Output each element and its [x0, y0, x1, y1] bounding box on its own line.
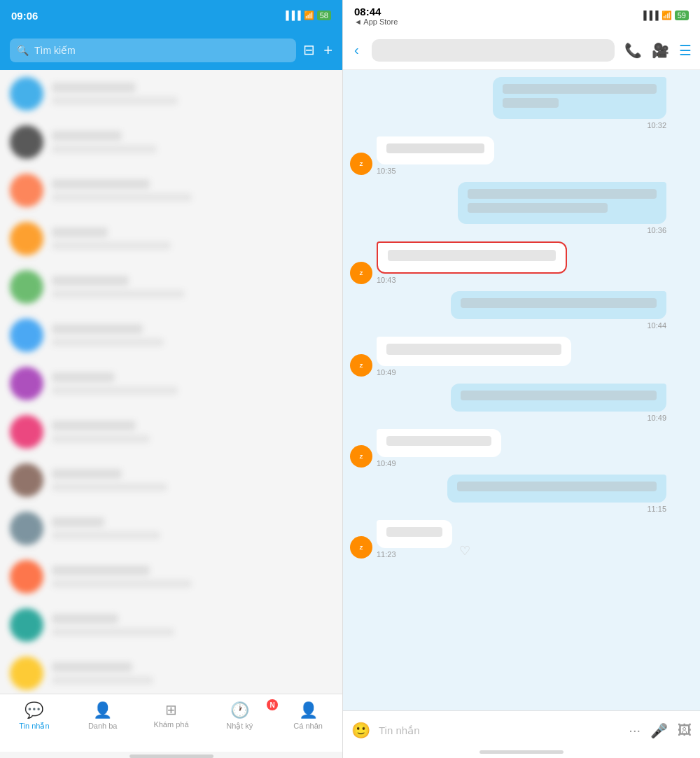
right-input-row: 🙂 Tin nhắn ··· 🎤 🖼: [343, 711, 700, 750]
back-button[interactable]: ‹: [351, 39, 362, 61]
message-bubble-wrap: 11:15: [447, 475, 666, 513]
nav-label-tin-nhan: Tin nhắn: [19, 722, 49, 731]
message-content-blur: [386, 436, 491, 446]
right-header: ‹ 📞 🎥 ☰: [343, 31, 700, 70]
emoji-button[interactable]: 🙂: [351, 722, 370, 740]
message-content-blur: [457, 482, 657, 491]
sender-avatar: Z: [350, 536, 372, 559]
right-status-icons: ▐▐▐ 📶 59: [640, 10, 689, 20]
chat-item[interactable]: [0, 215, 342, 263]
message-time: 10:35: [377, 167, 494, 175]
chat-item[interactable]: [0, 601, 342, 650]
left-header: 🔍 Tìm kiếm ⊟ +: [0, 31, 342, 70]
left-bottom-nav: 💬 Tin nhắn 👤 Danh ba ⊞ Khám phá 🕐 N Nhật…: [0, 694, 342, 752]
chat-item[interactable]: [0, 408, 342, 456]
diary-nav-icon: 🕐: [230, 701, 249, 720]
message-row: Z 10:49: [350, 337, 693, 377]
nav-item-kham-pha[interactable]: ⊞ Khám phá: [137, 701, 206, 729]
left-status-bar: 09:06 ▐▐▐ 📶 58: [0, 0, 342, 31]
image-icon[interactable]: 🖼: [678, 722, 692, 739]
search-icon: 🔍: [17, 45, 29, 56]
call-icon[interactable]: 📞: [624, 42, 642, 59]
chat-item[interactable]: [0, 311, 342, 360]
message-row: Z 10:49: [350, 429, 693, 468]
sender-avatar: Z: [350, 354, 372, 377]
message-row-highlighted: Z 10:43: [350, 241, 693, 284]
menu-icon[interactable]: ☰: [679, 42, 692, 59]
nav-item-tin-nhan[interactable]: 💬 Tin nhắn: [0, 701, 69, 731]
sender-avatar: Z: [350, 153, 372, 175]
message-time: 11:15: [447, 505, 666, 513]
search-placeholder: Tìm kiếm: [34, 45, 76, 56]
message-bubble-wrap: 10:35: [377, 136, 494, 175]
chat-item[interactable]: [0, 650, 342, 694]
message-bubble: [493, 77, 666, 119]
search-bar[interactable]: 🔍 Tìm kiếm: [10, 38, 296, 62]
chat-item[interactable]: [0, 456, 342, 505]
message-bubble-wrap: 10:49: [377, 337, 571, 377]
message-time: 10:49: [377, 459, 501, 468]
chat-item[interactable]: [0, 167, 342, 215]
message-time: 10:49: [451, 414, 666, 422]
message-time: 10:32: [493, 121, 666, 129]
right-battery-icon: 59: [675, 10, 689, 20]
add-icon[interactable]: +: [323, 41, 332, 59]
app-container: 09:06 ▐▐▐ 📶 58 🔍 Tìm kiếm ⊟ +: [0, 0, 700, 758]
chat-item[interactable]: [0, 360, 342, 408]
nav-label-kham-pha: Khám phá: [153, 720, 188, 729]
right-signal-icon: ▐▐▐: [640, 10, 659, 20]
message-bubble-wrap: 10:43: [377, 241, 567, 284]
message-bubble: [458, 182, 666, 224]
message-bubble: [377, 136, 494, 164]
message-content-blur: [386, 344, 561, 355]
heart-button[interactable]: ♡: [459, 543, 470, 559]
nav-item-danh-ba[interactable]: 👤 Danh ba: [69, 701, 137, 730]
home-indicator-left: [130, 755, 214, 758]
message-bubble-wrap: 10:32: [493, 77, 666, 129]
video-icon[interactable]: 🎥: [652, 42, 669, 59]
message-content-blur: [503, 98, 559, 108]
sender-avatar: Z: [350, 262, 372, 284]
chat-item[interactable]: [0, 505, 342, 553]
more-icon[interactable]: ···: [629, 722, 640, 739]
chat-item[interactable]: [0, 263, 342, 311]
message-bubble: [447, 475, 666, 503]
message-bubble: [377, 337, 571, 366]
right-bottom: 🙂 Tin nhắn ··· 🎤 🖼: [343, 710, 700, 758]
left-status-icons: ▐▐▐ 📶 58: [283, 10, 331, 20]
chat-title-bar: [372, 39, 615, 62]
nav-item-ca-nhan[interactable]: 👤 Cá nhân: [274, 701, 342, 730]
qr-icon[interactable]: ⊟: [303, 41, 315, 59]
mic-icon[interactable]: 🎤: [650, 722, 668, 739]
message-time: 11:23: [377, 550, 452, 559]
message-bubble-highlighted: [377, 241, 567, 274]
left-panel: 09:06 ▐▐▐ 📶 58 🔍 Tìm kiếm ⊟ +: [0, 0, 343, 758]
right-time: 08:44: [354, 6, 381, 17]
message-row: Z 10:35: [350, 136, 693, 175]
message-bubble-wrap: 10:44: [451, 291, 666, 330]
wifi-icon: 📶: [304, 10, 314, 20]
message-content-blur: [461, 298, 657, 308]
screens-row: 09:06 ▐▐▐ 📶 58 🔍 Tìm kiếm ⊟ +: [0, 0, 700, 758]
header-icons: ⊟ +: [303, 41, 332, 59]
explore-nav-icon: ⊞: [165, 701, 177, 718]
message-row: 10:36: [350, 182, 693, 234]
chat-item[interactable]: [0, 70, 342, 118]
message-bubble: [451, 384, 666, 412]
chat-nav-icon: 💬: [24, 701, 43, 720]
left-time: 09:06: [11, 10, 38, 22]
nav-item-nhat-ky[interactable]: 🕐 N Nhật ký: [205, 701, 274, 731]
message-content-blur: [386, 527, 442, 537]
sender-avatar: Z: [350, 445, 372, 468]
message-bubble-wrap: 11:23: [377, 520, 452, 559]
chat-item[interactable]: [0, 118, 342, 167]
message-row: 10:32: [350, 77, 693, 129]
right-status-bar: 08:44 ◄ App Store ▐▐▐ 📶 59: [343, 0, 700, 31]
message-content-blur: [386, 143, 484, 153]
contacts-nav-icon: 👤: [93, 701, 112, 720]
right-panel: 08:44 ◄ App Store ▐▐▐ 📶 59 ‹ 📞 🎥 ☰: [343, 0, 700, 758]
message-content-blur: [468, 203, 608, 213]
message-input[interactable]: Tin nhắn: [379, 724, 620, 737]
message-time: 10:44: [451, 321, 666, 330]
chat-item[interactable]: [0, 553, 342, 601]
